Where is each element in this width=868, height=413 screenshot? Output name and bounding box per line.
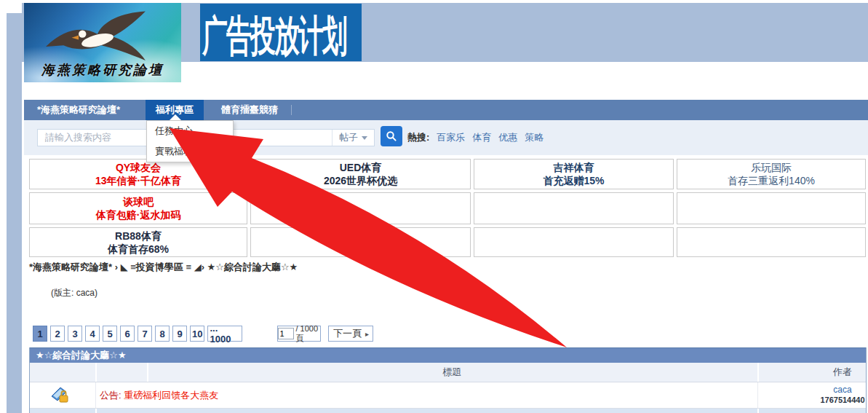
ad-line: 13年信誉·千亿体育 xyxy=(95,174,181,187)
ad-line: 2026世界杯优选 xyxy=(324,174,397,187)
column-header-author: 作者 xyxy=(757,363,868,382)
column-divider xyxy=(95,409,97,413)
moderator-label: (版主: caca) xyxy=(51,287,97,299)
chevron-down-icon xyxy=(362,136,367,140)
menu-item-task-center[interactable]: 任務中心 xyxy=(147,121,233,141)
page-button-8[interactable]: 8 xyxy=(155,326,170,342)
thread-timestamp: 1767514440 xyxy=(757,396,868,405)
announcement-prefix: 公告: xyxy=(100,390,122,401)
logo-title: 海燕策略研究論壇 xyxy=(24,61,181,79)
ad-line: 谈球吧 xyxy=(123,195,154,208)
chevron-right-icon: ▸ xyxy=(365,330,369,338)
page-jump-input[interactable] xyxy=(278,328,294,339)
column-divider xyxy=(95,363,97,382)
next-row-sliver xyxy=(30,409,866,413)
ad-cell-tanqiuba[interactable]: 谈球吧 体育包赔·返水加码 xyxy=(29,192,247,224)
ad-line: 首存三重返利140% xyxy=(728,174,815,187)
ad-cell-empty xyxy=(250,227,471,257)
column-divider xyxy=(757,409,759,413)
ad-line: 体育包赔·返水加码 xyxy=(96,208,181,221)
table-row: 公告: 重磅福利回馈各大燕友 caca 1767514440 xyxy=(30,382,866,409)
page-button-last[interactable]: ... 1000 xyxy=(207,326,242,342)
thread-table: ★☆綜合討論大廳☆★ 標題 作者 公告: 重磅福利回馈各大燕友 xyxy=(29,347,867,413)
search-type-label: 帖子 xyxy=(339,131,358,144)
ad-cell-empty xyxy=(677,192,866,224)
page-button-4[interactable]: 4 xyxy=(85,326,100,342)
ad-cell-qy[interactable]: QY球友会 13年信誉·千亿体育 xyxy=(29,159,247,189)
ad-cell-empty xyxy=(677,227,866,257)
seagull-icon xyxy=(34,9,171,66)
next-page-button[interactable]: 下一頁 ▸ xyxy=(328,326,373,342)
main-navbar: *海燕策略研究論壇* 福利專區 體育擂臺競猜 xyxy=(24,100,868,120)
page-button-1[interactable]: 1 xyxy=(33,326,47,342)
hot-link-baccarat[interactable]: 百家乐 xyxy=(437,131,465,144)
next-page-label: 下一頁 xyxy=(333,327,362,340)
search-input[interactable]: 請輸入搜索内容 xyxy=(45,130,111,146)
table-column-header: 標題 作者 xyxy=(30,363,866,382)
board-title-bar: ★☆綜合討論大廳☆★ xyxy=(30,347,866,363)
search-button[interactable] xyxy=(381,126,402,146)
page-button-2[interactable]: 2 xyxy=(50,326,65,342)
author-link[interactable]: caca xyxy=(757,385,868,396)
ad-links-table: QY球友会 13年信誉·千亿体育 UED体育 2026世界杯优选 吉祥体育 首充… xyxy=(29,159,866,257)
column-header-title: 標題 xyxy=(147,363,757,382)
welfare-dropdown-menu: 任務中心 實戰福利 xyxy=(146,120,234,162)
page-button-9[interactable]: 9 xyxy=(172,326,187,342)
ad-cell-empty xyxy=(250,192,471,224)
menu-item-battle-welfare[interactable]: 實戰福利 xyxy=(147,141,233,162)
left-edge-strip xyxy=(7,13,22,413)
ad-line: 体育首存68% xyxy=(108,243,169,256)
breadcrumb[interactable]: *海燕策略研究論壇* › ◣ ≡投資博學區 ≡ ◢› ★☆綜合討論大廳☆★ xyxy=(29,261,298,274)
ad-cell-ued[interactable]: UED体育 2026世界杯优选 xyxy=(250,159,471,189)
nav-tab-sports-guess[interactable]: 體育擂臺競猜 xyxy=(215,100,284,120)
thread-link[interactable]: 重磅福利回馈各大燕友 xyxy=(124,390,218,401)
ad-line: UED体育 xyxy=(340,161,382,174)
row-divider xyxy=(95,382,96,408)
thread-title: 公告: 重磅福利回馈各大燕友 xyxy=(100,382,218,408)
ad-line: 首充返赠15% xyxy=(543,174,604,187)
page-button-10[interactable]: 10 xyxy=(190,326,204,342)
ad-banner-title: 广告投放计划 xyxy=(202,8,346,61)
pagination: 1 2 3 4 5 6 7 8 9 10 ... 1000 / 1000 頁 下… xyxy=(33,326,373,342)
forum-page: 海燕策略研究論壇 广告投放计划 *海燕策略研究論壇* 福利專區 體育擂臺競猜 請… xyxy=(0,0,868,413)
page-button-3[interactable]: 3 xyxy=(68,326,82,342)
ad-cell-jixiang[interactable]: 吉祥体育 首充返赠15% xyxy=(474,159,674,189)
hot-search: 熱搜: 百家乐 体育 优惠 策略 xyxy=(407,120,544,155)
ad-cell-empty xyxy=(474,192,674,224)
ad-line: QY球友会 xyxy=(116,161,161,174)
page-button-6[interactable]: 6 xyxy=(120,326,135,342)
hot-link-strategy[interactable]: 策略 xyxy=(525,131,544,144)
ad-cell-empty xyxy=(474,227,674,257)
page-button-7[interactable]: 7 xyxy=(138,326,152,342)
ad-line: RB88体育 xyxy=(115,229,162,243)
page-jump-box: / 1000 頁 xyxy=(277,326,321,342)
locked-announcement-icon xyxy=(49,386,71,408)
ad-cell-lewan[interactable]: 乐玩国际 首存三重返利140% xyxy=(677,159,866,189)
hot-search-label: 熱搜: xyxy=(407,131,429,144)
search-icon xyxy=(386,130,397,142)
thread-author-cell: caca 1767514440 xyxy=(757,385,868,405)
hot-link-sports[interactable]: 体育 xyxy=(472,131,491,144)
nav-separator xyxy=(291,105,292,115)
nav-tab-forum-home[interactable]: *海燕策略研究論壇* xyxy=(37,100,120,120)
ad-banner: 广告投放计划 xyxy=(200,4,362,61)
ad-line: 吉祥体育 xyxy=(554,161,594,174)
page-button-5[interactable]: 5 xyxy=(103,326,117,342)
hot-link-promo[interactable]: 优惠 xyxy=(498,131,517,144)
page-total-label: / 1000 頁 xyxy=(295,324,320,344)
forum-logo[interactable]: 海燕策略研究論壇 xyxy=(24,3,181,82)
ad-cell-rb88[interactable]: RB88体育 体育首存68% xyxy=(29,227,247,257)
active-tab-caret-icon xyxy=(170,114,181,120)
ad-line: 乐玩国际 xyxy=(751,161,792,174)
search-type-select[interactable]: 帖子 xyxy=(332,130,374,146)
